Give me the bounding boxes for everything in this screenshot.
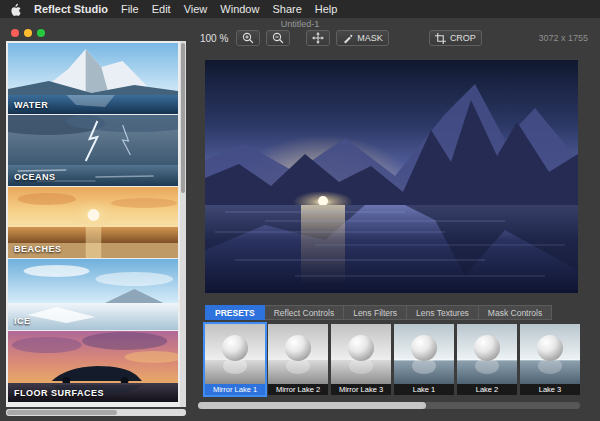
menu-item-help[interactable]: Help bbox=[315, 3, 338, 15]
category-label: FLOOR SURFACES bbox=[14, 388, 104, 398]
category-item-floor-surfaces[interactable]: FLOOR SURFACES bbox=[8, 331, 178, 402]
crop-button[interactable]: CROP bbox=[429, 30, 482, 46]
mask-button-label: MASK bbox=[357, 33, 383, 43]
preset-item-lake-1[interactable]: Lake 1 bbox=[394, 324, 454, 395]
preset-thumbnail-image bbox=[331, 324, 391, 384]
preset-label: Lake 1 bbox=[394, 384, 454, 395]
category-item-ice[interactable]: ICE bbox=[8, 259, 178, 330]
apple-menu-icon[interactable] bbox=[10, 3, 21, 16]
pen-icon bbox=[342, 33, 353, 44]
preset-thumbnail-image bbox=[394, 324, 454, 384]
menu-item-view[interactable]: View bbox=[184, 3, 208, 15]
preset-label: Mirror Lake 1 bbox=[205, 384, 265, 395]
menu-item-share[interactable]: Share bbox=[272, 3, 301, 15]
zoom-in-icon bbox=[242, 32, 254, 44]
tab-presets[interactable]: PRESETS bbox=[205, 305, 265, 320]
tab-mask-controls[interactable]: Mask Controls bbox=[479, 305, 552, 320]
preset-horizontal-scrollbar[interactable] bbox=[198, 402, 580, 409]
app-window: Reflect Studio File Edit View Window Sha… bbox=[0, 0, 600, 421]
zoom-in-button[interactable] bbox=[236, 30, 260, 46]
preset-thumbnail-image bbox=[205, 324, 265, 384]
category-label: ICE bbox=[14, 316, 31, 326]
preset-thumbnail-image bbox=[268, 324, 328, 384]
image-dimensions-label: 3072 x 1755 bbox=[538, 33, 588, 43]
zoom-window-button[interactable] bbox=[37, 29, 45, 37]
move-arrows-icon bbox=[312, 32, 324, 44]
crop-icon bbox=[435, 33, 446, 44]
sidebar-scrollbar[interactable] bbox=[180, 41, 186, 407]
category-sidebar: WATER OCEANS bbox=[6, 41, 186, 407]
sidebar-horizontal-scrollbar[interactable] bbox=[6, 409, 186, 416]
window-controls bbox=[11, 29, 45, 37]
crop-button-label: CROP bbox=[450, 33, 476, 43]
category-item-beaches[interactable]: BEACHES bbox=[8, 187, 178, 258]
zoom-out-icon bbox=[272, 32, 284, 44]
zoom-out-button[interactable] bbox=[266, 30, 290, 46]
preset-label: Lake 3 bbox=[520, 384, 580, 395]
pan-tool-button[interactable] bbox=[306, 30, 330, 46]
zoom-level-label: 100 % bbox=[200, 33, 228, 44]
category-item-water[interactable]: WATER bbox=[8, 43, 178, 114]
preset-strip: Mirror Lake 1 Mirror Lake 2 Mi bbox=[205, 324, 580, 395]
preset-horizontal-scrollbar-thumb[interactable] bbox=[198, 402, 426, 409]
category-label: OCEANS bbox=[14, 172, 56, 182]
menu-bar: Reflect Studio File Edit View Window Sha… bbox=[0, 0, 600, 18]
canvas-image bbox=[205, 60, 578, 293]
tab-reflect-controls[interactable]: Reflect Controls bbox=[265, 305, 344, 320]
sidebar-scrollbar-thumb[interactable] bbox=[181, 43, 185, 193]
ice-thumbnail-image bbox=[8, 259, 178, 330]
preset-label: Mirror Lake 2 bbox=[268, 384, 328, 395]
editor-toolbar: 100 % bbox=[192, 28, 600, 48]
category-label: BEACHES bbox=[14, 244, 62, 254]
image-canvas[interactable] bbox=[205, 60, 578, 293]
preset-item-lake-3[interactable]: Lake 3 bbox=[520, 324, 580, 395]
preset-label: Lake 2 bbox=[457, 384, 517, 395]
preset-item-mirror-lake-1[interactable]: Mirror Lake 1 bbox=[205, 324, 265, 395]
minimize-window-button[interactable] bbox=[24, 29, 32, 37]
editor-area: 100 % bbox=[192, 28, 600, 421]
sidebar-horizontal-scrollbar-thumb[interactable] bbox=[7, 410, 117, 415]
app-menu-title[interactable]: Reflect Studio bbox=[34, 3, 108, 15]
menu-item-window[interactable]: Window bbox=[220, 3, 259, 15]
control-tabs: PRESETS Reflect Controls Lens Filters Le… bbox=[205, 305, 552, 320]
preset-thumbnail-image bbox=[457, 324, 517, 384]
preset-item-mirror-lake-2[interactable]: Mirror Lake 2 bbox=[268, 324, 328, 395]
tab-lens-filters[interactable]: Lens Filters bbox=[344, 305, 407, 320]
preset-item-mirror-lake-3[interactable]: Mirror Lake 3 bbox=[331, 324, 391, 395]
close-window-button[interactable] bbox=[11, 29, 19, 37]
menu-item-file[interactable]: File bbox=[121, 3, 139, 15]
category-label: WATER bbox=[14, 100, 48, 110]
category-item-oceans[interactable]: OCEANS bbox=[8, 115, 178, 186]
mask-button[interactable]: MASK bbox=[336, 30, 389, 46]
tab-lens-textures[interactable]: Lens Textures bbox=[407, 305, 479, 320]
preset-thumbnail-image bbox=[520, 324, 580, 384]
preset-item-lake-2[interactable]: Lake 2 bbox=[457, 324, 517, 395]
menu-item-edit[interactable]: Edit bbox=[152, 3, 171, 15]
preset-label: Mirror Lake 3 bbox=[331, 384, 391, 395]
